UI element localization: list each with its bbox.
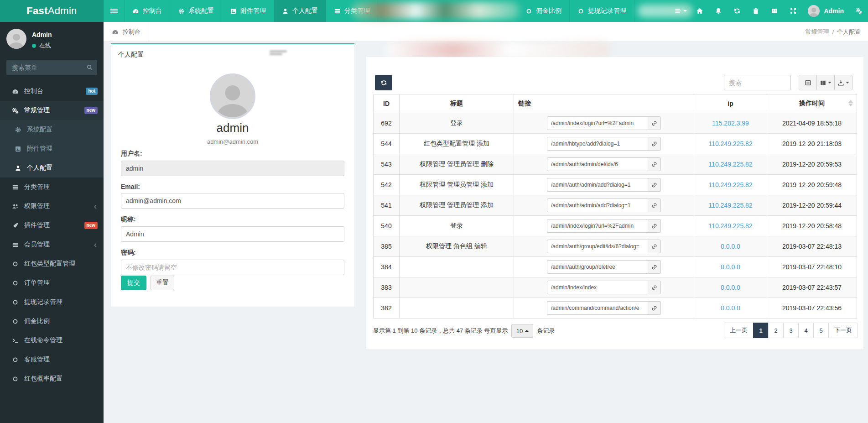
sidebar-item-客服管理[interactable]: 客服管理 bbox=[0, 350, 104, 369]
sidebar-user-status: 在线 bbox=[32, 42, 52, 50]
sidebar-item-附件管理[interactable]: 附件管理 bbox=[0, 139, 104, 158]
url-input[interactable] bbox=[547, 281, 648, 294]
export-button[interactable] bbox=[834, 75, 852, 90]
column-header-操作时间[interactable]: 操作时间 bbox=[767, 94, 857, 113]
menu-search-input[interactable] bbox=[6, 60, 97, 75]
sidebar-item-红包类型配置管理[interactable]: 红包类型配置管理 bbox=[0, 254, 104, 273]
settings-button[interactable] bbox=[849, 0, 868, 22]
ip-link[interactable]: 0.0.0.0 bbox=[721, 243, 740, 250]
nav-item-附件管理[interactable]: 附件管理 bbox=[222, 0, 274, 22]
url-input[interactable] bbox=[547, 260, 648, 274]
sidebar-item-在线命令管理[interactable]: 在线命令管理 bbox=[0, 331, 104, 350]
open-link-button[interactable] bbox=[648, 260, 661, 274]
language-button[interactable] bbox=[765, 0, 784, 22]
trash-button[interactable] bbox=[746, 0, 765, 22]
open-link-button[interactable] bbox=[648, 137, 661, 151]
url-input[interactable] bbox=[547, 198, 648, 212]
sidebar-item-label: 分类管理 bbox=[24, 183, 50, 191]
pagination-next[interactable]: 下一页 bbox=[828, 323, 858, 338]
table-row: 385权限管理 角色组 编辑0.0.0.02019-03-07 22:48:13 bbox=[374, 236, 857, 257]
sidebar-item-系统配置[interactable]: 系统配置 bbox=[0, 120, 104, 139]
nav-item-佣金比例[interactable]: 佣金比例 bbox=[518, 0, 570, 22]
nav-item-系统配置[interactable]: 系统配置 bbox=[170, 0, 222, 22]
sidebar-item-会员管理[interactable]: 会员管理‹ bbox=[0, 235, 104, 254]
ip-link[interactable]: 110.249.225.82 bbox=[708, 222, 752, 230]
sidebar-item-分类管理[interactable]: 分类管理 bbox=[0, 178, 104, 197]
home-button[interactable] bbox=[690, 0, 709, 22]
pagination-page-3[interactable]: 3 bbox=[783, 323, 799, 338]
online-dot-icon bbox=[32, 44, 36, 48]
field-input-1[interactable] bbox=[121, 193, 344, 209]
pagination-page-1[interactable]: 1 bbox=[753, 323, 769, 338]
ip-link[interactable]: 110.249.225.82 bbox=[708, 161, 752, 168]
page-size-select[interactable]: 10 bbox=[511, 324, 533, 338]
ip-link[interactable]: 0.0.0.0 bbox=[721, 263, 740, 271]
nav-item-个人配置[interactable]: 个人配置 bbox=[274, 0, 326, 22]
url-input[interactable] bbox=[547, 116, 648, 130]
column-header-链接: 链接 bbox=[514, 94, 694, 113]
open-link-button[interactable] bbox=[648, 178, 661, 192]
open-link-button[interactable] bbox=[648, 240, 661, 253]
open-link-button[interactable] bbox=[648, 281, 661, 294]
log-panel-tab[interactable] bbox=[266, 49, 295, 57]
log-panel: ID标题链接ip操作时间 692登录115.202.3.992021-04-09… bbox=[366, 57, 863, 350]
sidebar-item-红包概率配置[interactable]: 红包概率配置 bbox=[0, 369, 104, 388]
table-search-input[interactable] bbox=[724, 75, 791, 90]
pagination-page-5[interactable]: 5 bbox=[813, 323, 829, 338]
menu-caret-button[interactable] bbox=[671, 0, 690, 22]
columns-button[interactable] bbox=[816, 75, 835, 90]
sidebar-item-常规管理[interactable]: 常规管理new bbox=[0, 101, 104, 120]
fullscreen-button[interactable] bbox=[784, 0, 802, 22]
url-input[interactable] bbox=[547, 301, 648, 315]
ip-link[interactable]: 110.249.225.82 bbox=[708, 140, 752, 147]
ip-link[interactable]: 110.249.225.82 bbox=[708, 181, 752, 188]
sidebar-item-控制台[interactable]: 控制台hot bbox=[0, 82, 104, 101]
sidebar-item-订单管理[interactable]: 订单管理 bbox=[0, 273, 104, 292]
pagination-page-4[interactable]: 4 bbox=[798, 323, 814, 338]
url-input[interactable] bbox=[547, 240, 648, 253]
breadcrumb-parent[interactable]: 常规管理 bbox=[805, 28, 829, 36]
open-link-button[interactable] bbox=[648, 219, 661, 233]
cell-title: 权限管理 管理员管理 添加 bbox=[400, 195, 514, 216]
tab-console[interactable]: 控制台 bbox=[104, 22, 149, 42]
url-input[interactable] bbox=[547, 178, 648, 192]
open-link-button[interactable] bbox=[648, 157, 661, 171]
ip-link[interactable]: 110.249.225.82 bbox=[708, 202, 752, 209]
open-link-button[interactable] bbox=[648, 116, 661, 130]
sidebar-item-插件管理[interactable]: 插件管理new bbox=[0, 216, 104, 235]
open-link-button[interactable] bbox=[648, 198, 661, 212]
navbar-user-menu[interactable]: Admin bbox=[802, 0, 849, 22]
table-row: 540登录110.249.225.822019-12-20 20:58:48 bbox=[374, 216, 857, 236]
refresh-button[interactable] bbox=[375, 75, 392, 90]
field-input-2[interactable] bbox=[121, 226, 344, 242]
reset-button[interactable]: 重置 bbox=[151, 276, 174, 290]
cell-title bbox=[400, 257, 514, 277]
bell-button[interactable] bbox=[709, 0, 728, 22]
url-input[interactable] bbox=[547, 137, 648, 151]
ip-link[interactable]: 0.0.0.0 bbox=[721, 284, 740, 291]
field-input-3[interactable] bbox=[121, 260, 344, 275]
sidebar-item-提现记录管理[interactable]: 提现记录管理 bbox=[0, 292, 104, 312]
column-header-ID: ID bbox=[374, 94, 400, 113]
url-input[interactable] bbox=[547, 157, 648, 171]
sidebar-item-佣金比例[interactable]: 佣金比例 bbox=[0, 312, 104, 331]
nav-item-控制台[interactable]: 控制台 bbox=[125, 0, 170, 22]
sidebar-item-个人配置[interactable]: 个人配置 bbox=[0, 158, 104, 178]
open-link-button[interactable] bbox=[648, 301, 661, 315]
sidebar-toggle-button[interactable] bbox=[104, 0, 125, 22]
sidebar-item-权限管理[interactable]: 权限管理‹ bbox=[0, 197, 104, 216]
refresh-button[interactable] bbox=[728, 0, 746, 22]
pagination-prev[interactable]: 上一页 bbox=[724, 323, 754, 338]
brand-logo[interactable]: FastAdmin bbox=[0, 0, 104, 22]
nav-item-提现记录管理[interactable]: 提现记录管理 bbox=[570, 0, 634, 22]
detail-view-button[interactable] bbox=[799, 75, 817, 90]
ip-link[interactable]: 0.0.0.0 bbox=[721, 304, 740, 312]
blurred-region bbox=[386, 42, 610, 58]
submit-button[interactable]: 提交 bbox=[121, 276, 146, 290]
sidebar-item-label: 客服管理 bbox=[24, 355, 50, 364]
search-icon[interactable] bbox=[86, 64, 93, 71]
pagination-page-2[interactable]: 2 bbox=[768, 323, 784, 338]
url-input[interactable] bbox=[547, 219, 648, 233]
ip-link[interactable]: 115.202.3.99 bbox=[712, 120, 749, 127]
field-input-0[interactable] bbox=[121, 161, 344, 176]
